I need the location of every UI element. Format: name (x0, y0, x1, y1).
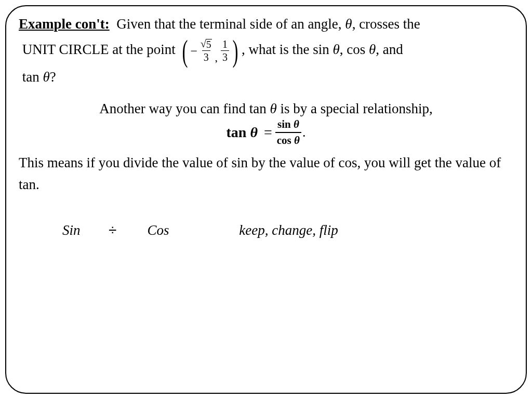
theta-5: θ (270, 101, 277, 116)
mid-a: Another way you can find tan (99, 101, 270, 116)
explanation-text: This means if you divide the value of si… (19, 152, 513, 196)
frac2-num: 1 (221, 38, 229, 50)
theta-7: θ (294, 118, 299, 130)
tan-formula: tan θ = sin θ cos θ . (19, 118, 513, 147)
prob-text-a: Given that the terminal side of an angle… (116, 16, 345, 32)
frac1-den: 3 (202, 50, 210, 63)
prob-text-e: , cos (340, 42, 369, 57)
equals-sign: = (264, 124, 272, 141)
theta-1: θ (345, 16, 352, 32)
theta-4: θ (43, 69, 50, 85)
formula-sin: sin (277, 118, 294, 130)
division-sign-icon: ÷ (102, 222, 123, 238)
fraction-1: √53 (200, 38, 212, 63)
theta-8: θ (294, 134, 300, 147)
left-paren: ( (182, 35, 188, 66)
example-heading: Example con't: (19, 16, 110, 32)
hint-kcf: keep, change, flip (239, 222, 338, 238)
fraction-2: 13 (221, 38, 229, 63)
hint-sin: Sin (62, 222, 99, 238)
formula-tan: tan (227, 124, 250, 140)
theta-6: θ (250, 124, 258, 140)
prob-text-g: tan (22, 69, 43, 85)
right-paren: ) (232, 35, 238, 66)
prob-text-h: ? (50, 69, 56, 85)
prob-text-f: , and (376, 42, 403, 57)
coordinate-point: (−√53,13) (180, 35, 241, 66)
sqrt-arg: 5 (206, 39, 212, 49)
point-comma: , (215, 52, 218, 63)
theta-2: θ (332, 42, 339, 57)
problem-statement: Example con't: Given that the terminal s… (19, 14, 513, 88)
frac2-den: 3 (221, 50, 229, 63)
prob-text-d: , what is the sin (242, 42, 333, 57)
theta-3: θ (369, 42, 376, 57)
slide-frame: Example con't: Given that the terminal s… (5, 5, 527, 394)
bottom-hint-row: Sin ÷ Cos keep, change, flip (19, 222, 513, 238)
formula-cos: cos (277, 134, 294, 147)
prob-text-c: UNIT CIRCLE at the point (22, 42, 179, 57)
minus-sign: − (190, 45, 197, 57)
relationship-intro: Another way you can find tan θ is by a s… (19, 101, 513, 117)
sqrt-5: √5 (201, 39, 211, 49)
formula-fraction: sin θ cos θ (275, 118, 301, 147)
formula-period: . (302, 125, 306, 140)
mid-b: is by a special relationship, (277, 101, 433, 116)
hint-cos: Cos (148, 222, 179, 238)
prob-text-b: , crosses the (352, 16, 420, 32)
